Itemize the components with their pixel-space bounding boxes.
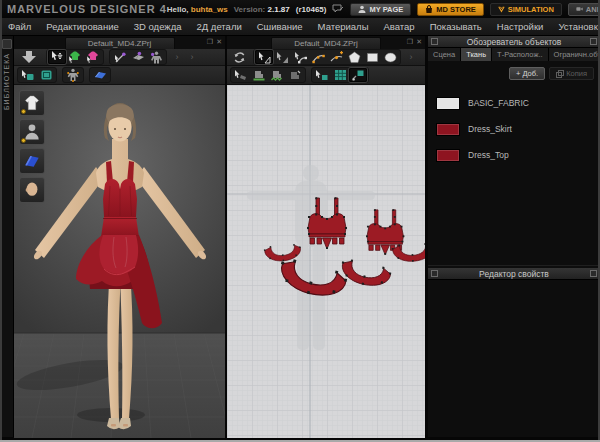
tabbar-3d: Default_MD4.ZPrj ❐ ✕	[14, 36, 225, 49]
panel-3d: Default_MD4.ZPrj ❐ ✕	[14, 36, 225, 437]
favorite-badge	[21, 138, 26, 143]
greeting-prefix: Hello,	[167, 5, 189, 14]
list-item[interactable]: BASIC_FABRIC	[428, 90, 600, 116]
animation-camera-icon	[576, 5, 583, 13]
menu-2d-pattern[interactable]: 2Д детали	[197, 21, 242, 32]
show-avatar-icon[interactable]	[64, 68, 82, 82]
polygon-tool-icon[interactable]	[345, 50, 363, 64]
edit-point-icon[interactable]	[291, 50, 309, 64]
tab-2d-project[interactable]: Default_MD4.ZPrj	[271, 37, 381, 49]
head-thumbnail[interactable]	[19, 177, 45, 203]
fabric-swatch	[436, 149, 460, 162]
simulation-toggle[interactable]: SIMULATION	[490, 3, 562, 16]
fabric-name: BASIC_FABRIC	[468, 98, 529, 108]
toolbar-2d-row1: ›	[227, 49, 425, 66]
object-browser-header: Обозреватель объектов	[428, 36, 600, 48]
library-panel-icon[interactable]	[2, 39, 12, 49]
tab-3d-project[interactable]: Default_MD4.ZPrj	[65, 37, 175, 49]
transform-pattern-icon[interactable]	[255, 50, 273, 64]
viewport-2d[interactable]	[227, 85, 425, 438]
pin-fabric-icon[interactable]	[129, 50, 147, 64]
md-store-button[interactable]: MD STORE	[417, 3, 483, 16]
garment-thumbnail[interactable]	[19, 90, 45, 116]
panel-collapse-icon[interactable]	[431, 38, 438, 45]
free-sewing-icon[interactable]	[268, 68, 286, 82]
panel-collapse-icon[interactable]	[431, 270, 438, 277]
select-garment-pink-icon[interactable]	[84, 50, 102, 64]
my-page-label: MY PAGE	[369, 5, 403, 14]
show-box-icon[interactable]	[37, 68, 55, 82]
select-garment-green-icon[interactable]	[66, 50, 84, 64]
texture-grid-icon[interactable]	[331, 68, 349, 82]
md-store-label: MD STORE	[436, 5, 475, 14]
greeting: Hello, buhta_ws	[167, 5, 228, 14]
select-box-icon[interactable]	[19, 68, 37, 82]
tab-bounding-volume[interactable]: Ограничн.объема	[549, 48, 600, 61]
select-texture-icon[interactable]	[313, 68, 331, 82]
toolbar-2d-row2	[227, 66, 425, 85]
list-item[interactable]: Dress_Top	[428, 142, 600, 168]
toolbar-3d-row1: › ›	[14, 49, 225, 66]
transform-alt-icon[interactable]	[273, 50, 291, 64]
copy-fabric-label: Копия	[566, 69, 587, 78]
move-tool-icon[interactable]	[48, 50, 66, 64]
version-value: 2.1.87	[268, 5, 290, 14]
panel-2d: Default_MD4.ZPrj ❐ ✕	[227, 36, 425, 437]
app-window: MARVELOUS DESIGNER 4 Hello, buhta_ws Ver…	[0, 0, 600, 442]
list-item[interactable]: Dress_Skirt	[428, 116, 600, 142]
panel-menu-icon[interactable]	[590, 270, 597, 277]
texture-edit-icon[interactable]	[349, 68, 367, 82]
fit-to-avatar-icon[interactable]	[147, 50, 165, 64]
simulate-drop-icon[interactable]	[17, 50, 41, 64]
panel-close-icon[interactable]: ✕	[216, 38, 222, 46]
fabric-swatch	[436, 123, 460, 136]
panel-restore-icon[interactable]: ❐	[407, 38, 413, 46]
pattern-2d-scene	[227, 85, 425, 438]
person-icon	[358, 5, 366, 13]
library-label[interactable]: БИБЛИОТЕКА	[3, 53, 10, 110]
my-page-button[interactable]: MY PAGE	[350, 3, 411, 16]
menu-display[interactable]: Показывать	[430, 21, 482, 32]
more-tools-icon[interactable]: ›	[187, 50, 197, 64]
avatar-thumbnail[interactable]	[19, 119, 45, 145]
simulation-label: SIMULATION	[508, 5, 554, 14]
menu-3d-garment[interactable]: 3D одежда	[134, 21, 182, 32]
edit-curvature-icon[interactable]	[309, 50, 327, 64]
feedback-icon[interactable]	[332, 4, 344, 14]
viewport-3d[interactable]	[14, 85, 225, 438]
fabric-name: Dress_Skirt	[468, 124, 512, 134]
fabric-list: BASIC_FABRIC Dress_Skirt Dress_Top	[428, 90, 600, 168]
add-point-icon[interactable]	[327, 50, 345, 64]
tab-texture-layout[interactable]: Т-Располож..	[492, 48, 549, 61]
select-sewing-icon[interactable]	[232, 68, 250, 82]
panel-restore-icon[interactable]: ❐	[207, 38, 213, 46]
more-tools-icon[interactable]: ›	[406, 50, 416, 64]
tab-scene[interactable]: Сцена	[428, 48, 461, 61]
menu-settings[interactable]: Установки	[558, 21, 600, 32]
library-strip: БИБЛИОТЕКА	[0, 36, 14, 437]
tab-fabric[interactable]: Ткань	[461, 48, 492, 61]
fabric-thumbnail[interactable]	[19, 148, 45, 174]
menu-preferences[interactable]: Настройки	[497, 21, 544, 32]
menu-edit[interactable]: Редактирование	[46, 21, 118, 32]
pin-tool-icon[interactable]	[111, 50, 129, 64]
menu-sewing[interactable]: Сшивание	[257, 21, 303, 32]
menu-file[interactable]: Файл	[8, 21, 31, 32]
fabric-name: Dress_Top	[468, 150, 509, 160]
ellipse-tool-icon[interactable]	[381, 50, 399, 64]
segment-sewing-icon[interactable]	[250, 68, 268, 82]
show-plane-icon[interactable]	[91, 68, 109, 82]
menu-materials[interactable]: Материалы	[318, 21, 369, 32]
sync-icon[interactable]	[230, 50, 248, 64]
animation-toggle[interactable]: ANIMATION	[568, 3, 600, 16]
rectangle-tool-icon[interactable]	[363, 50, 381, 64]
menu-avatar[interactable]: Аватар	[383, 21, 414, 32]
username-link[interactable]: buhta_ws	[191, 5, 228, 14]
edit-sewing-icon[interactable]	[286, 68, 304, 82]
copy-fabric-button[interactable]: Копия	[549, 67, 594, 80]
add-fabric-button[interactable]: + Доб.	[509, 67, 545, 80]
favorite-badge	[21, 109, 26, 114]
panel-menu-icon[interactable]	[590, 38, 597, 45]
more-tools-icon[interactable]: ›	[172, 50, 182, 64]
panel-close-icon[interactable]: ✕	[416, 38, 422, 46]
